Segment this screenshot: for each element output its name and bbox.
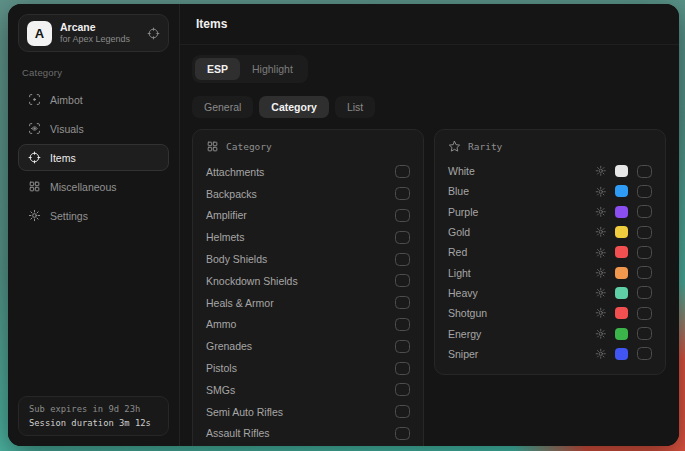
app-window: A Arcane for Apex Legends Category Aimbo… xyxy=(8,4,679,446)
sidebar: A Arcane for Apex Legends Category Aimbo… xyxy=(8,4,180,446)
color-swatch[interactable] xyxy=(615,206,628,218)
color-swatch[interactable] xyxy=(615,267,628,279)
sidebar-item-label: Aimbot xyxy=(50,94,83,106)
gear-icon[interactable] xyxy=(595,287,607,299)
checkbox[interactable] xyxy=(395,187,410,200)
checkbox[interactable] xyxy=(395,340,410,353)
rarity-row-label: White xyxy=(448,165,595,177)
rarity-row: Shotgun xyxy=(448,303,652,323)
rarity-row-controls xyxy=(595,185,653,198)
checkbox[interactable] xyxy=(395,209,410,222)
checkbox[interactable] xyxy=(637,266,652,279)
category-row: Amplifier xyxy=(206,205,410,227)
sidebar-item-settings[interactable]: Settings xyxy=(18,202,169,229)
rarity-row-controls xyxy=(595,327,653,340)
checkbox[interactable] xyxy=(637,226,652,239)
checkbox[interactable] xyxy=(395,427,410,440)
rarity-row-label: Purple xyxy=(448,206,595,218)
color-swatch[interactable] xyxy=(615,165,628,177)
tab-general[interactable]: General xyxy=(192,96,253,118)
rarity-row-label: Energy xyxy=(448,328,595,340)
checkbox[interactable] xyxy=(637,165,652,178)
checkbox[interactable] xyxy=(637,327,652,340)
category-row-label: Helmets xyxy=(206,231,245,243)
checkbox[interactable] xyxy=(395,274,410,287)
checkbox[interactable] xyxy=(395,318,410,331)
grid-icon xyxy=(206,140,219,153)
sidebar-item-aimbot[interactable]: Aimbot xyxy=(18,86,169,113)
rarity-row: Purple xyxy=(448,202,652,222)
checkbox[interactable] xyxy=(395,231,410,244)
category-panel-title: Category xyxy=(226,141,272,152)
color-swatch[interactable] xyxy=(615,348,628,360)
color-swatch[interactable] xyxy=(615,287,628,299)
tab-bar: GeneralCategoryList xyxy=(192,96,667,118)
tab-list[interactable]: List xyxy=(335,96,375,118)
checkbox[interactable] xyxy=(395,296,410,309)
gear-icon[interactable] xyxy=(595,307,607,319)
rarity-row-controls xyxy=(595,347,653,360)
tab-category[interactable]: Category xyxy=(259,96,329,118)
rarity-row-controls xyxy=(595,246,653,259)
brand-name: Arcane xyxy=(60,21,139,34)
rarity-row: Red xyxy=(448,242,652,262)
checkbox[interactable] xyxy=(395,405,410,418)
mode-highlight-segment[interactable]: Highlight xyxy=(240,58,305,80)
sidebar-item-miscellaneous[interactable]: Miscellaneous xyxy=(18,173,169,200)
rarity-panel: Rarity WhiteBluePurpleGoldRedLightHeavyS… xyxy=(434,129,666,375)
rarity-row: White xyxy=(448,161,652,181)
checkbox[interactable] xyxy=(395,362,410,375)
sidebar-section-label: Category xyxy=(22,67,165,78)
checkbox[interactable] xyxy=(637,307,652,320)
rarity-row-label: Red xyxy=(448,246,595,258)
category-row-label: Knockdown Shields xyxy=(206,275,298,287)
brand-subtitle: for Apex Legends xyxy=(60,34,139,45)
gear-icon[interactable] xyxy=(595,186,607,198)
gear-icon[interactable] xyxy=(595,226,607,238)
page-title: Items xyxy=(196,17,227,31)
category-list: AttachmentsBackpacksAmplifierHelmetsBody… xyxy=(206,161,410,446)
gear-icon[interactable] xyxy=(595,348,607,360)
gear-icon[interactable] xyxy=(595,165,607,177)
category-row-label: SMGs xyxy=(206,384,235,396)
subscription-card: Sub expires in 9d 23h Session duration 3… xyxy=(18,396,169,436)
color-swatch[interactable] xyxy=(615,226,628,238)
sidebar-item-label: Items xyxy=(50,152,76,164)
category-row-label: Heals & Armor xyxy=(206,297,274,309)
brand-logo: A xyxy=(27,21,52,46)
rarity-row: Blue xyxy=(448,181,652,201)
checkbox[interactable] xyxy=(637,347,652,360)
brand-card: A Arcane for Apex Legends xyxy=(18,14,169,52)
color-swatch[interactable] xyxy=(615,307,628,319)
category-row-label: Grenades xyxy=(206,340,252,352)
gear-icon[interactable] xyxy=(595,328,607,340)
sidebar-item-visuals[interactable]: Visuals xyxy=(18,115,169,142)
category-row: Assault Rifles xyxy=(206,423,410,445)
main-area: Items ESPHighlight GeneralCategoryList C… xyxy=(180,4,679,446)
checkbox[interactable] xyxy=(395,253,410,266)
crosshair-icon[interactable] xyxy=(147,27,160,40)
checkbox[interactable] xyxy=(395,165,410,178)
category-row: Heals & Armor xyxy=(206,292,410,314)
checkbox[interactable] xyxy=(637,246,652,259)
items-crosshair-icon xyxy=(28,151,41,164)
checkbox[interactable] xyxy=(395,383,410,396)
sidebar-item-items[interactable]: Items xyxy=(18,144,169,171)
misc-grid-icon xyxy=(28,180,41,193)
color-swatch[interactable] xyxy=(615,246,628,258)
sidebar-item-label: Visuals xyxy=(50,123,84,135)
color-swatch[interactable] xyxy=(615,185,628,197)
color-swatch[interactable] xyxy=(615,328,628,340)
rarity-row-controls xyxy=(595,307,653,320)
rarity-row-label: Light xyxy=(448,267,595,279)
checkbox[interactable] xyxy=(637,205,652,218)
category-row: Pistols xyxy=(206,357,410,379)
rarity-row: Heavy xyxy=(448,283,652,303)
gear-icon[interactable] xyxy=(595,206,607,218)
rarity-panel-header: Rarity xyxy=(448,140,652,153)
mode-esp-segment[interactable]: ESP xyxy=(195,58,240,80)
checkbox[interactable] xyxy=(637,286,652,299)
checkbox[interactable] xyxy=(637,185,652,198)
gear-icon[interactable] xyxy=(595,247,607,259)
gear-icon[interactable] xyxy=(595,267,607,279)
